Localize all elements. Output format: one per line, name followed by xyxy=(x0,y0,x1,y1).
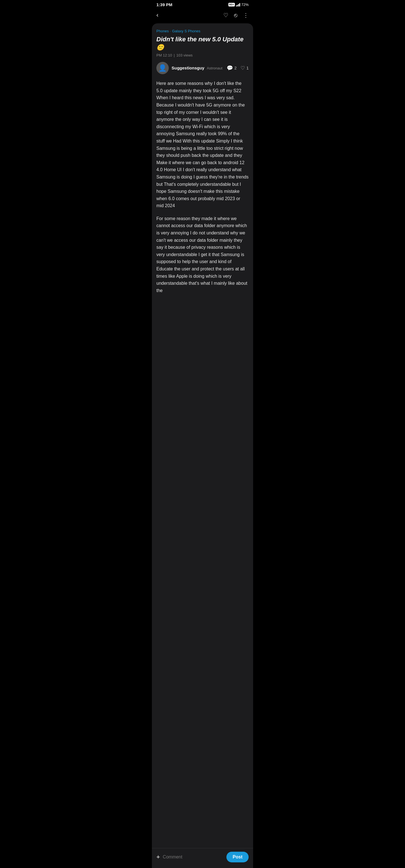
post-stats: 💬 2 ♡ 1 xyxy=(227,65,249,71)
avatar-icon: 👤 xyxy=(158,64,167,72)
like-count[interactable]: ♡ 1 xyxy=(240,65,249,71)
battery-level: 72% xyxy=(241,3,249,7)
signal-bar-4 xyxy=(239,3,240,6)
share-icon[interactable]: ⎋ xyxy=(234,12,237,19)
post-time: PM 12:10 xyxy=(156,53,172,57)
content-card: Phones · Galaxy S Phones Didn't like the… xyxy=(152,23,253,863)
post-paragraph-1: Here are some reasons why I don't like t… xyxy=(156,80,249,209)
breadcrumb: Phones · Galaxy S Phones xyxy=(156,29,249,33)
post-title: Didn't like the new 5.0 Update 🙁 xyxy=(156,35,249,52)
add-comment-icon[interactable]: + xyxy=(156,854,160,861)
author-details: Suggestionsguy Astronaut xyxy=(172,65,223,70)
author-row: 👤 Suggestionsguy Astronaut 💬 2 ♡ 1 xyxy=(156,62,249,74)
signal-bars xyxy=(236,3,240,6)
status-icons: 5G+ 72% xyxy=(228,3,249,7)
post-meta: PM 12:10 | 103 views xyxy=(156,53,249,57)
post-button[interactable]: Post xyxy=(226,852,249,862)
comment-bar: + Post xyxy=(152,848,253,863)
meta-separator: | xyxy=(174,53,175,57)
author-role: Astronaut xyxy=(207,66,223,70)
breadcrumb-category[interactable]: Phones xyxy=(156,29,169,33)
like-number: 1 xyxy=(247,66,249,70)
nav-actions: ♡ ⎋ ⋮ xyxy=(223,12,249,19)
comment-icon: 💬 xyxy=(227,65,233,71)
comment-number: 2 xyxy=(234,66,236,70)
signal-bar-3 xyxy=(238,4,239,6)
more-icon[interactable]: ⋮ xyxy=(243,12,249,19)
breadcrumb-subcategory[interactable]: Galaxy S Phones xyxy=(172,29,200,33)
post-paragraph-2: For some reason they made it where we ca… xyxy=(156,215,249,294)
back-button[interactable]: ‹ xyxy=(156,10,161,20)
post-views: 103 views xyxy=(176,53,193,57)
comment-count[interactable]: 💬 2 xyxy=(227,65,236,71)
breadcrumb-separator: · xyxy=(170,29,171,33)
post-body: Here are some reasons why I don't like t… xyxy=(156,80,249,294)
like-icon: ♡ xyxy=(240,65,245,71)
signal-bar-2 xyxy=(237,5,238,6)
heart-icon[interactable]: ♡ xyxy=(223,12,228,19)
comment-input[interactable] xyxy=(163,855,224,860)
nav-bar: ‹ ♡ ⎋ ⋮ xyxy=(152,8,253,23)
status-bar: 1:39 PM 5G+ 72% xyxy=(152,0,253,8)
network-indicator: 5G+ xyxy=(228,3,235,6)
author-info: 👤 Suggestionsguy Astronaut xyxy=(156,62,223,74)
avatar[interactable]: 👤 xyxy=(156,62,169,74)
author-name[interactable]: Suggestionsguy xyxy=(172,65,204,70)
status-time: 1:39 PM xyxy=(156,2,172,7)
signal-bar-1 xyxy=(236,5,237,6)
